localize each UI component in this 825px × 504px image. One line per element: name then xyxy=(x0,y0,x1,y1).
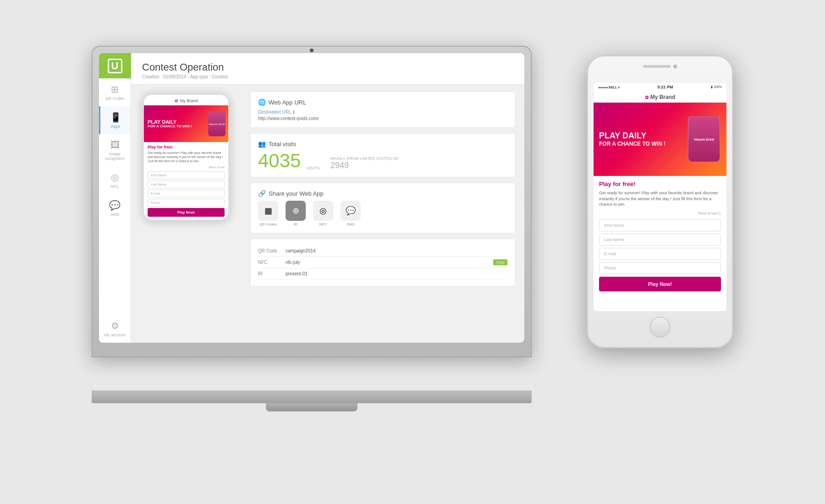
share-ir[interactable]: ⊕ IR xyxy=(286,201,306,226)
sidebar-item-qr-codes[interactable]: ⊞ QR Codes xyxy=(99,78,131,106)
destination-url-value: http://www.contest-ipods.com/ xyxy=(258,116,507,121)
apps-icon: 📱 xyxy=(110,112,121,123)
share-ir-label: IR xyxy=(294,222,297,226)
sp-last-name-input[interactable]: Last Name xyxy=(599,234,721,246)
play-description: Get ready for summer! Play with your fav… xyxy=(148,151,225,163)
qr-codes-icon: ⊞ xyxy=(111,84,119,95)
play-now-button[interactable]: Play Now! xyxy=(148,208,225,217)
hero-line2: FOR A CHANCE TO WIN ! xyxy=(148,125,192,129)
laptop-body: U ⊞ QR Codes 📱 Apps 🖼 Image recog xyxy=(92,46,532,357)
status-bar: ●●●●● BELL ♦ 5:21 PM ▮ 100% xyxy=(594,83,726,91)
sp-hero-can: Vitamin Drink xyxy=(688,116,720,162)
phone-preview-panel: ✿ My Brand PLAY DAILY FOR A CHANCE TO WI… xyxy=(131,84,241,343)
people-icon: 👥 xyxy=(258,140,266,148)
inner-phone: ✿ My Brand PLAY DAILY FOR A CHANCE TO WI… xyxy=(143,93,230,221)
right-panel: 🌐 Web App URL Destination URL ℹ http://w… xyxy=(241,84,524,343)
nfc-value: nfc-july xyxy=(286,260,491,265)
sidebar-bottom: ⚙ My account xyxy=(99,315,131,343)
sidebar-item-nfc-label: NFC xyxy=(110,184,119,189)
qr-code-key: QR Code xyxy=(258,248,286,253)
first-name-input[interactable]: First Name xyxy=(148,171,225,179)
laptop-stand xyxy=(266,403,358,411)
info-icon: ℹ xyxy=(293,110,295,115)
visits-count: 4035 xyxy=(258,151,301,170)
link-icon: 🔗 xyxy=(258,190,266,197)
last-name-input[interactable]: Last Name xyxy=(148,181,225,188)
sidebar-item-image-recognition[interactable]: 🖼 Image recognition xyxy=(99,134,131,166)
page-header: Contest Operation Creation : 01/09/2014 … xyxy=(131,53,524,84)
sp-play-now-button[interactable]: Play Now! xyxy=(599,277,721,291)
home-button[interactable] xyxy=(649,317,671,338)
hero-text-group: PLAY DAILY FOR A CHANCE TO WIN ! xyxy=(148,119,192,129)
phone-input[interactable]: Phone xyxy=(148,199,225,207)
scene: U ⊞ QR Codes 📱 Apps 🖼 Image recog xyxy=(92,27,733,477)
visits-geo-label: MAINLY FROM UNITED STATES OF xyxy=(330,156,399,161)
laptop-screen-bezel: U ⊞ QR Codes 📱 Apps 🖼 Image recog xyxy=(99,53,524,343)
sidebar-item-apps[interactable]: 📱 Apps xyxy=(99,106,131,134)
share-sms[interactable]: 💬 SMS xyxy=(341,201,361,226)
copy-button[interactable]: Copy xyxy=(493,259,507,265)
sp-hero: PLAY DAILY FOR A CHANCE TO WIN ! Vitamin… xyxy=(594,103,726,176)
qr-code-value: campaign2014 xyxy=(286,248,507,253)
share-ir-icon-box: ⊕ xyxy=(286,201,306,221)
sp-brand-name: My Brand xyxy=(650,94,676,100)
sidebar-item-apps-label: Apps xyxy=(111,124,121,129)
brand-logo-small: ✿ xyxy=(175,99,178,103)
share-qr-codes-label: QR Codes xyxy=(259,222,276,226)
share-section: 🔗 Share your Web App ▦ QR Codes xyxy=(250,183,515,233)
sp-can-label: Vitamin Drink xyxy=(694,138,715,141)
carrier-signal: ●●●●● BELL ♦ xyxy=(598,86,620,89)
share-nfc[interactable]: ◎ NFC xyxy=(313,201,333,226)
inner-phone-hero: PLAY DAILY FOR A CHANCE TO WIN ! Vitamin… xyxy=(144,105,228,142)
account-label: My account xyxy=(104,333,125,337)
nfc-icon: ◎ xyxy=(111,172,119,183)
battery: ▮ 100% xyxy=(711,85,722,89)
laptop-base xyxy=(92,390,532,403)
laptop-screen: U ⊞ QR Codes 📱 Apps 🖼 Image recog xyxy=(99,53,524,343)
ir-key: IR xyxy=(258,271,286,276)
hero-line1: PLAY DAILY xyxy=(148,119,192,125)
share-nfc-icon-box: ◎ xyxy=(313,201,333,221)
sp-description: Get ready for summer! Play with your fav… xyxy=(599,190,721,208)
sp-hero-line2: FOR A CHANCE TO WIN ! xyxy=(599,141,666,147)
sp-hero-text-group: PLAY DAILY FOR A CHANCE TO WIN ! xyxy=(599,131,666,147)
inner-phone-body: Play for free! Get ready for summer! Pla… xyxy=(144,142,228,219)
qr-code-row: QR Code campaign2014 xyxy=(258,246,507,257)
clock: 5:21 PM xyxy=(657,85,673,89)
sp-phone-input[interactable]: Phone xyxy=(599,262,721,274)
sp-brand-logo-icon: ✿ xyxy=(645,95,649,100)
share-nfc-label: NFC xyxy=(319,222,327,226)
terms-line: Terms of Use xyxy=(148,166,225,169)
sp-email-input[interactable]: E-mail xyxy=(599,248,721,260)
sidebar-item-sms[interactable]: 💬 SMS xyxy=(99,194,131,222)
speaker xyxy=(643,65,671,68)
smartphone-shell: ●●●●● BELL ♦ 5:21 PM ▮ 100% ✿ My Brand P… xyxy=(587,55,733,348)
share-sms-icon-box: 💬 xyxy=(341,201,361,221)
sp-first-name-input[interactable]: First Name xyxy=(599,219,721,231)
ir-value: present-01 xyxy=(286,271,507,276)
destination-url-label[interactable]: Destination URL ℹ xyxy=(258,110,507,115)
nfc-key: NFC xyxy=(258,260,286,265)
nfc-row: NFC nfc-july Copy xyxy=(258,257,507,268)
main-content: Contest Operation Creation : 01/09/2014 … xyxy=(131,53,524,343)
total-visits-section: 👥 Total visits 4035 VISITS MAINLY FROM U… xyxy=(250,133,515,177)
sidebar-item-image-recognition-label: Image recognition xyxy=(101,152,129,161)
sidebar-item-account[interactable]: ⚙ My account xyxy=(99,315,131,343)
total-visits-title: 👥 Total visits xyxy=(258,140,507,148)
globe-icon: 🌐 xyxy=(258,99,266,106)
share-qr-codes[interactable]: ▦ QR Codes xyxy=(258,201,278,226)
sp-hero-line1: PLAY DAILY xyxy=(599,131,666,141)
visits-label: VISITS xyxy=(306,166,319,170)
smartphone: ●●●●● BELL ♦ 5:21 PM ▮ 100% ✿ My Brand P… xyxy=(587,55,733,353)
email-input[interactable]: E-mail xyxy=(148,190,225,197)
inner-phone-header: ✿ My Brand xyxy=(144,95,228,105)
share-icons: ▦ QR Codes ⊕ IR ◎ xyxy=(258,201,507,226)
inner-phone-brand: My Brand xyxy=(180,99,198,103)
hero-can: Vitamin Drink xyxy=(208,111,226,137)
front-camera xyxy=(673,65,677,68)
sidebar-item-nfc[interactable]: ◎ NFC xyxy=(99,166,131,194)
content-area: ✿ My Brand PLAY DAILY FOR A CHANCE TO WI… xyxy=(131,84,524,343)
sidebar-item-sms-label: SMS xyxy=(110,212,120,217)
page-subtitle: Creation : 01/09/2014 - App type : Conte… xyxy=(142,74,513,79)
laptop: U ⊞ QR Codes 📱 Apps 🖼 Image recog xyxy=(92,46,532,403)
